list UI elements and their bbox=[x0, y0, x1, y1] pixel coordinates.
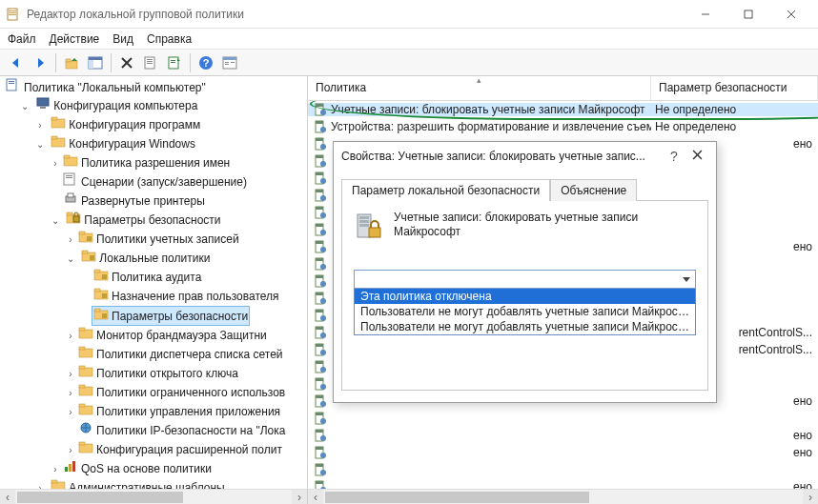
policy-icon bbox=[314, 257, 327, 271]
column-setting[interactable]: Параметр безопасности bbox=[651, 76, 818, 100]
tree-horizontal-scrollbar[interactable]: ‹ › bbox=[0, 489, 307, 504]
minimize-button[interactable] bbox=[684, 1, 726, 28]
tree-expander[interactable]: › bbox=[34, 117, 46, 134]
scroll-track[interactable] bbox=[323, 490, 803, 505]
menu-file[interactable]: Файл bbox=[8, 32, 36, 46]
tree-expander[interactable]: › bbox=[65, 404, 76, 421]
column-headers: ▴ Политика Параметр безопасности bbox=[308, 76, 818, 101]
svg-rect-32 bbox=[37, 98, 49, 106]
dialog-help-button[interactable]: ? bbox=[663, 149, 685, 164]
filter-button[interactable] bbox=[219, 52, 240, 73]
up-button[interactable] bbox=[61, 52, 82, 73]
forward-button[interactable] bbox=[30, 52, 51, 73]
policy-icon bbox=[314, 377, 327, 391]
menu-action[interactable]: Действие bbox=[50, 32, 100, 46]
tree-program-config[interactable]: Конфигурация программ bbox=[49, 115, 202, 133]
tree-local-policies[interactable]: Локальные политики bbox=[79, 249, 212, 267]
tree-expander[interactable]: › bbox=[50, 155, 61, 172]
combobox-option[interactable]: Эта политика отключена bbox=[355, 289, 695, 304]
policy-row[interactable]: Устройства: разрешить форматирование и и… bbox=[308, 118, 818, 135]
tree-user-rights[interactable]: Назначение прав пользователя bbox=[92, 287, 281, 305]
dialog-close-button[interactable] bbox=[685, 150, 708, 163]
policy-row[interactable]: Учетные записи: блокировать учетные запи… bbox=[308, 101, 818, 118]
window-titlebar: Редактор локальной групповой политики bbox=[0, 0, 818, 29]
svg-rect-33 bbox=[40, 107, 46, 109]
scroll-left-button[interactable]: ‹ bbox=[308, 490, 323, 505]
tree-expander[interactable]: › bbox=[65, 328, 76, 345]
tree-security-settings[interactable]: Параметры безопасности bbox=[64, 211, 222, 229]
tab-local-security-setting[interactable]: Параметр локальной безопасности bbox=[341, 179, 550, 201]
help-button[interactable]: ? bbox=[195, 52, 216, 73]
tree-windows-config[interactable]: Конфигурация Windows bbox=[49, 134, 197, 152]
policy-icon bbox=[314, 360, 327, 373]
tree-account-policies[interactable]: Политики учетных записей bbox=[76, 230, 241, 248]
policy-row[interactable]: ено bbox=[308, 427, 818, 444]
close-button[interactable] bbox=[769, 1, 812, 28]
menu-help[interactable]: Справка bbox=[147, 32, 192, 46]
tree-software-restriction[interactable]: Политики ограниченного использов bbox=[76, 383, 287, 401]
tree-advanced-audit[interactable]: Конфигурация расширенной полит bbox=[76, 440, 284, 458]
tree-computer-config[interactable]: Конфигурация компьютера bbox=[33, 96, 199, 114]
tree-expander[interactable]: › bbox=[65, 442, 76, 459]
svg-rect-65 bbox=[79, 349, 92, 357]
combobox-dropdown-button[interactable] bbox=[678, 271, 695, 288]
svg-rect-118 bbox=[316, 310, 323, 312]
export-button[interactable] bbox=[164, 52, 185, 73]
server-security-icon bbox=[354, 211, 384, 241]
tab-explanation[interactable]: Объяснение bbox=[550, 179, 637, 201]
tree-expander[interactable]: › bbox=[65, 385, 76, 402]
tree-qos[interactable]: QoS на основе политики bbox=[61, 459, 214, 477]
svg-rect-61 bbox=[94, 309, 100, 312]
scroll-right-button[interactable]: › bbox=[803, 490, 818, 505]
svg-rect-26 bbox=[225, 62, 229, 63]
tree-app-control[interactable]: Политики управления приложения bbox=[76, 402, 282, 420]
column-policy[interactable]: ▴ Политика bbox=[308, 76, 651, 100]
tree-firewall-monitor[interactable]: Монитор брандмауэра Защитни bbox=[76, 326, 269, 344]
tree-expander[interactable]: ⌄ bbox=[50, 212, 61, 230]
maximize-button[interactable] bbox=[726, 1, 769, 28]
combobox-option[interactable]: Пользователи не могут добавлять учетные … bbox=[355, 319, 695, 334]
tree-public-key[interactable]: Политики открытого ключа bbox=[76, 364, 240, 382]
policy-row[interactable] bbox=[308, 410, 818, 427]
svg-rect-133 bbox=[316, 395, 323, 398]
tree-expander[interactable]: ⌄ bbox=[65, 251, 76, 268]
policy-row[interactable] bbox=[308, 461, 818, 478]
tree-expander[interactable]: ⌄ bbox=[34, 136, 46, 153]
dialog-titlebar[interactable]: Свойства: Учетные записи: блокировать уч… bbox=[334, 142, 716, 171]
menu-view[interactable]: Вид bbox=[112, 32, 133, 46]
list-horizontal-scrollbar[interactable]: ‹ › bbox=[308, 489, 818, 504]
tree-deployed-printers[interactable]: Развернутые принтеры bbox=[61, 192, 207, 210]
scroll-thumb[interactable] bbox=[17, 492, 183, 503]
tree-security-options[interactable]: Параметры безопасности bbox=[92, 306, 250, 326]
tree-expander[interactable]: › bbox=[65, 232, 76, 249]
tree-root[interactable]: Политика "Локальный компьютер" bbox=[4, 78, 208, 96]
svg-rect-42 bbox=[66, 177, 72, 178]
computer-icon bbox=[35, 96, 51, 114]
tree-scripts[interactable]: Сценарии (запуск/завершение) bbox=[61, 172, 249, 191]
scroll-left-button[interactable]: ‹ bbox=[0, 490, 15, 505]
show-hide-tree-button[interactable] bbox=[85, 52, 106, 73]
policy-value-combobox[interactable] bbox=[354, 270, 696, 289]
tree-expander[interactable]: › bbox=[50, 461, 61, 478]
tree-pane[interactable]: Политика "Локальный компьютер" ⌄ Конфигу… bbox=[0, 76, 308, 504]
combobox-dropdown-list[interactable]: Эта политика отключена Пользователи не м… bbox=[354, 289, 696, 335]
combobox-option[interactable]: Пользователи не могут добавлять учетные … bbox=[355, 304, 695, 319]
tree-expander[interactable]: ⌄ bbox=[19, 98, 31, 115]
tree-network-list-manager[interactable]: Политики диспетчера списка сетей bbox=[76, 345, 285, 363]
svg-rect-67 bbox=[79, 368, 92, 376]
back-button[interactable] bbox=[6, 52, 27, 73]
delete-button[interactable] bbox=[116, 52, 137, 73]
tree-expander[interactable]: › bbox=[65, 366, 76, 383]
scroll-track[interactable] bbox=[15, 490, 292, 505]
scroll-thumb[interactable] bbox=[325, 492, 589, 503]
tree-audit-policy[interactable]: Политика аудита bbox=[92, 268, 203, 286]
folder-icon bbox=[78, 402, 93, 420]
dialog-title: Свойства: Учетные записи: блокировать уч… bbox=[341, 150, 663, 163]
properties-button[interactable] bbox=[140, 52, 161, 73]
security-folder-icon bbox=[78, 230, 93, 248]
tree-name-resolution[interactable]: Политика разрешения имен bbox=[61, 153, 232, 171]
svg-rect-127 bbox=[316, 361, 323, 364]
scroll-right-button[interactable]: › bbox=[292, 490, 307, 505]
policy-row[interactable]: ено bbox=[308, 444, 818, 461]
tree-ipsec[interactable]: Политики IP-безопасности на "Лока bbox=[76, 421, 287, 439]
